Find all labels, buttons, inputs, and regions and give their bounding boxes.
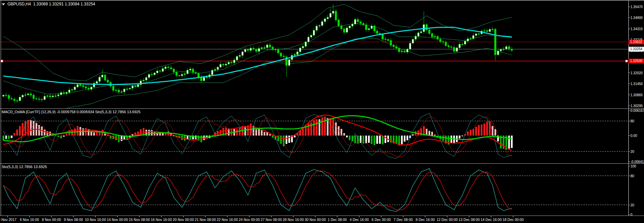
ohlc-values: 1.33089 1.33291 1.33084 1.33254 [33,2,95,6]
time-tick-label: 4 Dec 16:00 [350,218,369,222]
candlestick-series [3,4,513,103]
time-tick-label: 22 Nov 16:00 [217,218,238,222]
window-top-border [0,0,644,1]
time-tick-label: 18 Dec 00:00 [503,218,524,222]
time-tick-label: 27 Nov 08:00 [261,218,282,222]
axis-tick-label: 100 [630,164,636,168]
axis-tick-label: 20 [630,203,634,207]
sto-d-line [3,171,512,210]
chart-window: GBPUSD,H4 1.33089 1.33291 1.33084 1.3325… [0,0,644,223]
axis-tick-label: 1.32020 [630,71,643,75]
sto-panel-series [1,176,628,205]
time-tick-label: 1 Dec 08:00 [328,218,347,222]
price-axis[interactable]: 1.354701.349001.343151.337451.331751.326… [628,0,644,108]
time-tick-label: 6 Nov 16:00 [20,218,39,222]
time-axis[interactable]: 3 Nov 20176 Nov 16:008 Nov 00:009 Nov 08… [0,217,644,223]
axis-tick-label: 1.33175 [630,49,643,53]
sto-indicator-label: Sto(5,3,3) 12.7856 13.6925 [2,165,47,169]
axis-tick-label: 1.31450 [630,82,643,85]
osma-histogram [3,117,513,150]
axis-tick-label: 0.006167 [630,109,644,113]
macd-indicator-label: MACD_OsMA [CurrTF] (12,26,9) -0.0009758 … [2,110,140,114]
axis-tick-label: 1.34315 [630,27,643,31]
time-tick-label: 15 Nov 08:00 [129,218,150,222]
time-tick-label: 9 Nov 08:00 [64,218,83,222]
ma-cyan-line [3,27,512,84]
hline-endpoint-handle[interactable] [625,60,628,62]
axis-tick-label: 1.33745 [630,38,643,42]
bollinger-upper-line [3,4,512,81]
time-tick-label: 14 Nov 00:00 [107,218,128,222]
time-tick-label: 30 Nov 00:00 [305,218,326,222]
time-tick-label: 20 Nov 00:00 [173,218,194,222]
time-tick-label: 3 Nov 2017 [0,218,17,222]
time-tick-label: 13 Dec 08:00 [459,218,480,222]
symbol-title: GBPUSD,H4 1.33089 1.33291 1.33084 1.3325… [2,2,95,6]
time-tick-label: 14 Dec 16:00 [481,218,502,222]
axis-tick-label: 1.34900 [630,16,643,20]
bollinger-lower-line [3,39,512,118]
sto-axis[interactable]: 10080200 [628,163,644,216]
time-tick-label: 12 Dec 00:00 [437,218,458,222]
panel-separator-macd-sto[interactable] [0,163,644,164]
axis-tick-label: 1.35470 [630,5,643,9]
time-tick-label: 28 Nov 16:00 [283,218,304,222]
axis-tick-label: 0.00 [630,134,637,138]
hline-endpoint-handle[interactable] [1,60,3,62]
panel-separator-price-macd[interactable] [0,108,644,109]
axis-tick-label: 80 [630,174,634,178]
axis-tick-label: 1.30865 [630,93,643,97]
panel-separator-sto-time [0,216,644,216]
time-tick-label: 21 Nov 08:00 [195,218,216,222]
axis-tick-label: 80 [630,119,634,123]
time-tick-label: 6 Dec 00:00 [372,218,391,222]
axis-tick-label: 1.32605 [630,60,643,63]
axis-tick-label: 1.30295 [630,104,643,107]
price-panel-series [1,4,628,118]
axis-tick-label: 20 [630,150,634,154]
axis-tick-label: -0.006413 [630,160,644,164]
time-tick-label: 16 Nov 16:00 [151,218,172,222]
macd-axis[interactable]: 0.006167800.0020-0.006413 [628,108,644,163]
axis-tick-label: 0 [630,213,632,217]
time-tick-label: 24 Nov 00:00 [239,218,260,222]
time-tick-label: 8 Dec 16:00 [416,218,435,222]
time-tick-label: 7 Dec 08:00 [394,218,413,222]
symbol-timeframe-label: GBPUSD,H4 [7,2,31,6]
symbol-dropdown-icon[interactable] [2,3,5,5]
time-tick-label: 8 Nov 00:00 [42,218,61,222]
time-tick-label: 10 Nov 16:00 [85,218,106,222]
